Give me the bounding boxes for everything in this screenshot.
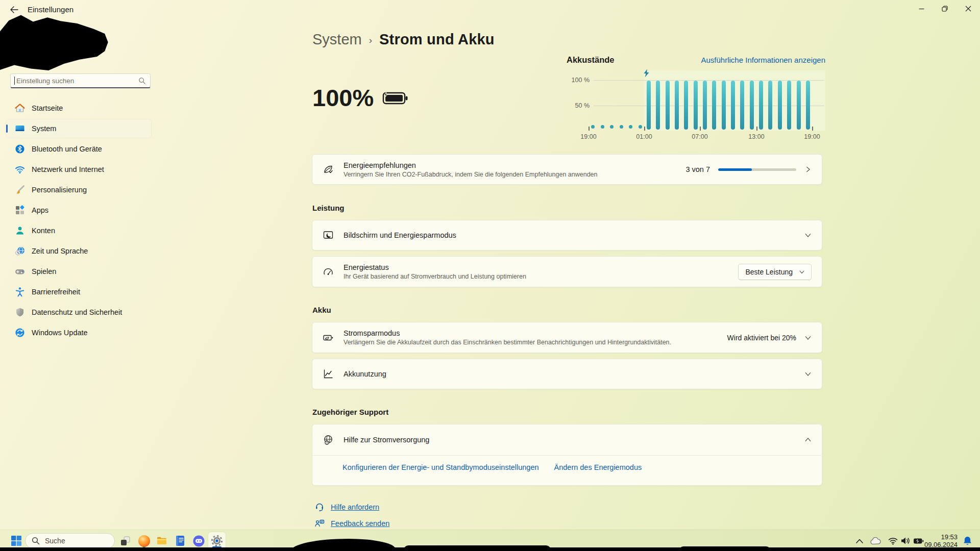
battery-saver-icon (323, 332, 334, 343)
sidebar-item-startseite[interactable]: Startseite (6, 99, 151, 117)
sidebar-item-windows-update[interactable]: Windows Update (6, 323, 151, 342)
sidebar-item-barrierefreiheit[interactable]: Barrierefreiheit (6, 283, 151, 301)
settings-button[interactable] (208, 532, 226, 549)
sidebar-item-label: Konten (32, 227, 55, 235)
sidebar-item-label: Personalisierung (32, 186, 87, 194)
redacted-strip (403, 545, 551, 551)
writer-document-icon (175, 535, 185, 546)
y-tick-100: 100 % (564, 77, 590, 84)
firefox-icon (138, 535, 150, 547)
discord-button[interactable] (190, 532, 207, 549)
sidebar-item-bluetooth[interactable]: Bluetooth und Geräte (6, 140, 151, 158)
chart-line-icon (323, 368, 334, 380)
chevron-up-icon[interactable] (804, 436, 812, 443)
chevron-down-icon[interactable] (804, 334, 812, 341)
back-button[interactable] (7, 4, 21, 15)
section-heading-leistung: Leistung (312, 204, 345, 212)
sidebar-item-label: Apps (32, 206, 48, 214)
search-icon (138, 77, 146, 85)
chevron-down-icon (799, 269, 805, 275)
restore-button[interactable] (933, 0, 957, 17)
writer-button[interactable] (172, 532, 189, 549)
x-tick-label: 19:00 (580, 133, 596, 140)
start-button[interactable] (8, 532, 25, 549)
x-tick-mark (644, 127, 645, 131)
change-energy-mode-link[interactable]: Ändern des Energiemodus (554, 463, 642, 471)
bluetooth-icon (15, 144, 25, 154)
settings-search-input[interactable]: Einstellung suchen (10, 73, 151, 88)
sidebar-item-konten[interactable]: Konten (6, 221, 151, 240)
sidebar-item-label: Barrierefreiheit (32, 288, 80, 296)
settings-sidebar: Startseite System Bluetooth und Geräte N… (6, 99, 151, 344)
sidebar-item-label: System (32, 124, 56, 133)
wifi-icon-glyph (888, 537, 898, 545)
battery-usage-card[interactable]: Akkunutzung (312, 359, 822, 389)
get-help-link[interactable]: Hilfe anfordern (314, 502, 379, 512)
accounts-icon (15, 226, 25, 236)
home-icon (15, 103, 25, 113)
x-tick-mark (589, 127, 590, 131)
page-title: Strom und Akku (379, 31, 495, 48)
sidebar-item-label: Spielen (32, 267, 56, 276)
accessibility-icon (15, 287, 25, 297)
windows-logo-icon (11, 535, 22, 546)
time-language-icon (15, 246, 25, 256)
task-view-icon (120, 536, 131, 546)
sidebar-item-personalisierung[interactable]: Personalisierung (6, 181, 151, 199)
privacy-shield-icon (15, 307, 25, 317)
task-view-button[interactable] (116, 532, 134, 549)
sidebar-item-netzwerk[interactable]: Netzwerk und Internet (6, 160, 151, 179)
gaming-icon (15, 266, 25, 277)
sidebar-item-spielen[interactable]: Spielen (6, 262, 151, 281)
send-feedback-link[interactable]: Feedback senden (314, 518, 389, 529)
sidebar-item-zeit-sprache[interactable]: Zeit und Sprache (6, 242, 151, 260)
chevron-down-icon[interactable] (804, 232, 812, 239)
window-title: Einstellungen (28, 5, 74, 14)
gauge-icon (323, 266, 334, 278)
file-explorer-button[interactable] (153, 532, 170, 549)
sidebar-item-apps[interactable]: Apps (6, 201, 151, 219)
battery-saver-card[interactable]: Stromsparmodus Verlängern Sie die Akkula… (312, 322, 822, 353)
power-help-header[interactable]: Hilfe zur Stromversorgung (312, 424, 822, 455)
sidebar-item-label: Zeit und Sprache (32, 247, 88, 255)
card-subtitle: Verlängern Sie die Akkulaufzeit durch da… (344, 339, 718, 346)
close-button[interactable] (957, 0, 980, 17)
search-placeholder: Einstellung suchen (16, 77, 138, 85)
recommendations-count: 3 von 7 (685, 165, 710, 173)
cloud-icon (870, 537, 881, 545)
personalization-icon (15, 185, 25, 195)
card-title: Akkunutzung (344, 370, 795, 378)
x-tick-label: 01:00 (636, 133, 652, 140)
battery-percent: 100% (312, 84, 374, 112)
detailed-info-link[interactable]: Ausführliche Informationen anzeigen (701, 56, 826, 64)
chevron-down-icon[interactable] (804, 370, 812, 378)
breadcrumb-parent[interactable]: System (312, 31, 362, 48)
battery-levels-chart: Akkustände Ausführliche Informationen an… (564, 50, 825, 152)
bell-icon (963, 536, 972, 546)
sidebar-item-system[interactable]: System (6, 119, 151, 138)
charging-bolt-icon (643, 69, 650, 78)
firefox-button[interactable] (135, 532, 153, 549)
minimize-button[interactable] (910, 0, 933, 17)
battery-saver-status: Wird aktiviert bei 20% (727, 334, 796, 342)
energy-recommendations-card[interactable]: Energieempfehlungen Verringern Sie Ihren… (312, 154, 822, 185)
close-icon (965, 6, 971, 12)
apps-icon (15, 205, 25, 215)
card-title: Energieempfehlungen (344, 161, 676, 169)
chart-bars (647, 81, 810, 130)
configure-power-link[interactable]: Konfigurieren der Energie- und Standbymo… (342, 463, 539, 471)
energy-mode-dropdown[interactable]: Beste Leistung (738, 264, 812, 280)
display-sleep-card[interactable]: Bildschirm und Energiesparmodus (312, 220, 822, 251)
settings-gear-icon (211, 535, 223, 547)
sidebar-item-datenschutz[interactable]: Datenschutz und Sicherheit (6, 303, 151, 321)
card-divider (312, 455, 822, 456)
chevron-right-icon (804, 166, 812, 173)
chart-dots (591, 125, 642, 129)
card-title: Bildschirm und Energiesparmodus (344, 231, 795, 239)
send-feedback-label: Feedback senden (331, 519, 389, 528)
card-subtitle: Verringern Sie Ihren CO2-Fußabdruck, ind… (344, 171, 676, 178)
section-heading-support: Zugehöriger Support (312, 408, 388, 416)
taskbar-search[interactable]: Suche (25, 533, 115, 548)
display-sleep-icon (323, 230, 334, 241)
feedback-icon (314, 518, 325, 529)
